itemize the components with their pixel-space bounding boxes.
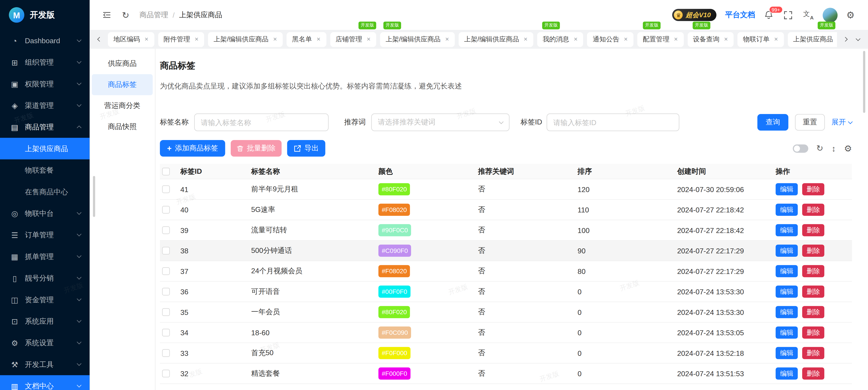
refresh-page-icon[interactable]: ↻ (119, 9, 132, 21)
tabs-scroll-left-icon[interactable] (95, 35, 104, 44)
close-icon[interactable]: ✕ (574, 36, 578, 42)
edit-button[interactable]: 编辑 (776, 265, 798, 277)
edit-button[interactable]: 编辑 (776, 306, 798, 318)
sidebar-item-onsale-center[interactable]: 在售商品中心 (0, 181, 90, 203)
close-icon[interactable]: ✕ (316, 36, 320, 42)
tab-edit-supply-product-3[interactable]: 上架/编辑供应商品✕ (459, 32, 533, 47)
export-button[interactable]: 导出 (287, 140, 326, 156)
sidebar-scrollbar-thumb[interactable] (93, 176, 95, 217)
edit-button[interactable]: 编辑 (776, 204, 798, 216)
close-icon[interactable]: ✕ (724, 36, 728, 42)
row-checkbox[interactable] (162, 267, 170, 275)
search-button[interactable]: 查询 (757, 114, 788, 130)
tab-blacklist[interactable]: 黑名单✕ (286, 32, 326, 47)
sidebar-item-permission[interactable]: ▣ 权限管理 (0, 73, 90, 95)
submenu-item-product-tags[interactable]: 商品标签 (92, 74, 153, 95)
delete-button[interactable]: 删除 (802, 183, 824, 196)
tabs-scroll-right-icon[interactable] (841, 35, 850, 44)
delete-button[interactable]: 删除 (802, 367, 824, 380)
sidebar-item-iot-platform[interactable]: ◎ 物联中台 (0, 203, 90, 224)
breadcrumb-parent[interactable]: 商品管理 (139, 10, 168, 20)
add-tag-button[interactable]: + 添加商品标签 (160, 140, 225, 156)
delete-button[interactable]: 删除 (802, 306, 824, 318)
tabs-menu-icon[interactable] (854, 35, 862, 44)
close-icon[interactable]: ✕ (624, 36, 628, 42)
sidebar-item-iot-package[interactable]: 物联套餐 (0, 159, 90, 181)
delete-button[interactable]: 删除 (802, 286, 824, 298)
delete-button[interactable]: 删除 (802, 326, 824, 339)
sidebar-item-number-distribution[interactable]: ▯ 靓号分销 (0, 267, 90, 289)
close-icon[interactable]: ✕ (524, 36, 528, 42)
delete-button[interactable]: 删除 (802, 265, 824, 277)
delete-button[interactable]: 删除 (802, 244, 824, 257)
user-avatar[interactable] (823, 7, 837, 22)
batch-delete-button[interactable]: 批量删除 (231, 140, 282, 156)
delete-button[interactable]: 删除 (802, 224, 824, 236)
expand-filters-button[interactable]: 展开 (832, 117, 852, 127)
sidebar-item-system-apps[interactable]: ⊡ 系统应用 (0, 310, 90, 332)
row-checkbox[interactable] (162, 349, 170, 357)
table-display-toggle[interactable] (793, 144, 808, 152)
row-checkbox[interactable] (162, 370, 170, 377)
submenu-item-product-snapshot[interactable]: 商品快照 (92, 116, 153, 137)
sidebar-item-dashboard[interactable]: ◔ Dashboard (0, 30, 90, 51)
app-logo[interactable]: M 开发版 (0, 0, 90, 30)
page-scrollbar-thumb[interactable] (863, 51, 865, 113)
platform-docs-link[interactable]: 平台文档 (725, 10, 755, 20)
sidebar-item-docs-center[interactable]: ▥ 文档中心 (0, 375, 90, 390)
sidebar-item-system-settings[interactable]: ⚙ 系统设置 (0, 332, 90, 354)
close-icon[interactable]: ✕ (367, 36, 371, 42)
close-icon[interactable]: ✕ (144, 36, 148, 42)
tab-device-query[interactable]: 设备查询✕ (687, 32, 734, 47)
close-icon[interactable]: ✕ (445, 36, 449, 42)
select-all-checkbox[interactable] (162, 168, 170, 175)
edit-button[interactable]: 编辑 (776, 224, 798, 236)
sidebar-item-grab-order[interactable]: ▦ 抓单管理 (0, 246, 90, 267)
sidebar-item-order[interactable]: ☰ 订单管理 (0, 224, 90, 246)
column-settings-icon[interactable]: ⚙ (844, 143, 852, 153)
language-switch-icon[interactable]: 文 A (803, 10, 813, 20)
sidebar-item-funds[interactable]: ◫ 资金管理 (0, 289, 90, 310)
row-checkbox[interactable] (162, 329, 170, 336)
sidebar-item-product[interactable]: ▤ 商品管理 (0, 116, 90, 138)
tab-announcements[interactable]: 通知公告✕ (587, 32, 633, 47)
fullscreen-icon[interactable] (782, 9, 794, 21)
notifications-button[interactable]: 99+ (764, 10, 773, 20)
tab-attachments[interactable]: 附件管理✕ (158, 32, 204, 47)
close-icon[interactable]: ✕ (194, 36, 198, 42)
vip-badge[interactable]: ♛ 超会V10 (672, 9, 716, 21)
edit-button[interactable]: 编辑 (776, 347, 798, 359)
reset-button[interactable]: 重置 (795, 114, 825, 130)
close-icon[interactable]: ✕ (273, 36, 277, 42)
edit-button[interactable]: 编辑 (776, 286, 798, 298)
tag-name-input[interactable] (194, 113, 329, 131)
row-checkbox[interactable] (162, 247, 170, 254)
density-icon[interactable]: ↕ (832, 144, 836, 153)
close-icon[interactable]: ✕ (774, 36, 778, 42)
row-checkbox[interactable] (162, 288, 170, 295)
delete-button[interactable]: 删除 (802, 347, 824, 359)
close-icon[interactable]: ✕ (674, 36, 678, 42)
row-checkbox[interactable] (162, 206, 170, 214)
submenu-item-operator-category[interactable]: 营运商分类 (92, 95, 153, 116)
row-checkbox[interactable] (162, 308, 170, 316)
edit-button[interactable]: 编辑 (776, 183, 798, 196)
keyword-select[interactable]: 请选择推荐关键词 (371, 113, 509, 131)
edit-button[interactable]: 编辑 (776, 326, 798, 339)
sidebar-item-devtools[interactable]: ⚒ 开发工具 (0, 354, 90, 375)
tab-region-code[interactable]: 地区编码✕ (108, 32, 154, 47)
submenu-item-supply-products[interactable]: 供应商品 (92, 53, 153, 74)
tab-my-messages[interactable]: 我的消息✕ (537, 32, 583, 47)
tab-iot-orders[interactable]: 物联订单✕ (738, 32, 784, 47)
tab-listed-supply-products[interactable]: 上架供应商品✕ (787, 32, 837, 47)
delete-button[interactable]: 删除 (802, 204, 824, 216)
edit-button[interactable]: 编辑 (776, 244, 798, 257)
collapse-sidebar-icon[interactable] (101, 9, 113, 21)
tab-edit-supply-product-1[interactable]: 上架/编辑供应商品✕ (208, 32, 283, 47)
row-checkbox[interactable] (162, 185, 170, 193)
header-settings-icon[interactable]: ⚙ (846, 9, 855, 21)
tab-config-management[interactable]: 配置管理✕ (637, 32, 683, 47)
tab-shop-management[interactable]: 店铺管理✕ (330, 32, 376, 47)
row-checkbox[interactable] (162, 226, 170, 234)
sidebar-item-organization[interactable]: ⊞ 组织管理 (0, 51, 90, 73)
